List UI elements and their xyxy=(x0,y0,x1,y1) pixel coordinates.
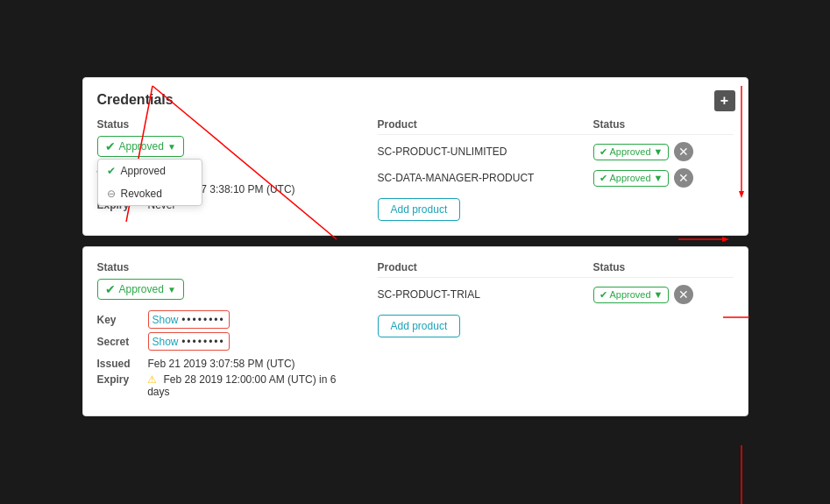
status-label-1: Status xyxy=(97,118,360,131)
card-body-1: Status ✔ Approved ▼ ✔ Approved xyxy=(97,118,734,221)
dropdown-item-approved[interactable]: ✔ Approved xyxy=(98,160,202,182)
key-label-2: Key xyxy=(97,314,141,326)
remove-product-btn-1-1[interactable]: ✕ xyxy=(674,168,693,188)
product-check-icon-1-1: ✔ xyxy=(599,173,607,184)
product-status-col-2-0: ✔ Approved ▼ ✕ xyxy=(593,285,734,304)
expiry-value-2: ⚠ Feb 28 2019 12:00:00 AM (UTC) in 6 day… xyxy=(147,373,359,398)
approved-label: Approved xyxy=(121,165,166,177)
key-row-2: Key Show •••••••• xyxy=(97,310,360,329)
product-table-header-2: Product Status xyxy=(378,261,734,278)
status-dropdown-2[interactable]: ✔ Approved ▼ xyxy=(97,279,184,300)
expiry-label-2: Expiry xyxy=(97,373,141,398)
product-row-1-1: SC-DATA-MANAGER-PRODUCT ✔ Approved ▼ ✕ xyxy=(378,168,734,188)
revoked-label: Revoked xyxy=(121,188,162,200)
check-icon-1: ✔ xyxy=(105,139,116,153)
credential-card-2: Status ✔ Approved ▼ Key Show •••••••• xyxy=(82,246,748,416)
left-section-1: Status ✔ Approved ▼ ✔ Approved xyxy=(97,118,360,221)
issued-label-2: Issued xyxy=(97,358,141,370)
secret-dots-2: •••••••• xyxy=(181,336,225,348)
dropdown-item-revoked[interactable]: ⊖ Revoked xyxy=(98,182,202,205)
card-title: Credentials xyxy=(97,92,734,108)
product-arrow-1-0: ▼ xyxy=(654,146,663,157)
secret-show-link-2[interactable]: Show xyxy=(153,336,179,348)
product-row-2-0: SC-PRODUCT-TRIAL ✔ Approved ▼ ✕ xyxy=(378,285,734,304)
card-body-2: Status ✔ Approved ▼ Key Show •••••••• xyxy=(97,261,734,401)
svg-marker-4 xyxy=(722,237,729,242)
status-col-header-1: Status xyxy=(593,118,734,131)
product-status-dropdown-1-0[interactable]: ✔ Approved ▼ xyxy=(593,144,670,160)
issued-value-2: Feb 21 2019 3:07:58 PM (UTC) xyxy=(148,358,295,370)
status-label-2: Status xyxy=(97,261,360,273)
product-status-val-2-0: Approved xyxy=(610,289,651,300)
revoked-icon: ⊖ xyxy=(107,188,116,200)
credential-card-1: Credentials + Status ✔ Approved ▼ ✔ Ap xyxy=(82,77,748,236)
key-dots-2: •••••••• xyxy=(181,314,225,326)
status-value-1: Approved xyxy=(119,140,164,153)
status-col-header-2: Status xyxy=(593,261,734,273)
key-highlight-2: Show •••••••• xyxy=(148,310,230,329)
check-icon-2: ✔ xyxy=(105,282,116,296)
status-dropdown-1[interactable]: ✔ Approved ▼ xyxy=(97,136,184,157)
issued-row-2: Issued Feb 21 2019 3:07:58 PM (UTC) xyxy=(97,358,360,370)
product-status-dropdown-1-1[interactable]: ✔ Approved ▼ xyxy=(593,170,670,187)
key-show-link-2[interactable]: Show xyxy=(153,314,179,326)
product-table-header-1: Product Status xyxy=(378,118,734,135)
add-product-button-1[interactable]: Add product xyxy=(378,198,461,221)
status-value-2: Approved xyxy=(119,283,164,295)
left-section-2: Status ✔ Approved ▼ Key Show •••••••• xyxy=(97,261,360,401)
product-name-1-0: SC-PRODUCT-UNLIMITED xyxy=(378,146,593,158)
expiry-text-2: Feb 28 2019 12:00:00 AM (UTC) in 6 days xyxy=(147,373,336,398)
product-check-icon-2-0: ✔ xyxy=(599,289,607,301)
product-name-2-0: SC-PRODUCT-TRIAL xyxy=(378,288,593,301)
expiry-row-2: Expiry ⚠ Feb 28 2019 12:00:00 AM (UTC) i… xyxy=(97,373,360,398)
product-status-col-1-0: ✔ Approved ▼ ✕ xyxy=(593,142,734,161)
product-name-1-1: SC-DATA-MANAGER-PRODUCT xyxy=(378,172,593,184)
product-col-header-2: Product xyxy=(378,261,593,273)
product-status-val-1-1: Approved xyxy=(610,173,651,183)
secret-row-2: Secret Show •••••••• xyxy=(97,332,360,351)
dropdown-menu-1: ✔ Approved ⊖ Revoked xyxy=(97,159,202,206)
product-check-icon-1-0: ✔ xyxy=(599,146,607,158)
product-arrow-1-1: ▼ xyxy=(654,173,663,183)
product-status-col-1-1: ✔ Approved ▼ ✕ xyxy=(593,168,734,188)
add-credential-button[interactable]: + xyxy=(714,90,735,111)
remove-product-btn-1-0[interactable]: ✕ xyxy=(674,142,693,161)
product-col-header-1: Product xyxy=(378,118,593,131)
add-product-button-2[interactable]: Add product xyxy=(378,315,461,337)
product-row-1-0: SC-PRODUCT-UNLIMITED ✔ Approved ▼ ✕ xyxy=(378,142,734,161)
secret-label-2: Secret xyxy=(97,336,141,348)
dropdown-arrow-2: ▼ xyxy=(167,285,176,295)
product-status-val-1-0: Approved xyxy=(610,146,651,157)
warning-icon-2: ⚠ xyxy=(147,373,157,386)
dropdown-arrow-1: ▼ xyxy=(167,142,176,152)
approved-icon: ✔ xyxy=(107,165,116,177)
product-arrow-2-0: ▼ xyxy=(654,289,663,300)
right-section-1: Product Status SC-PRODUCT-UNLIMITED ✔ Ap… xyxy=(378,118,734,221)
product-status-dropdown-2-0[interactable]: ✔ Approved ▼ xyxy=(593,287,670,303)
secret-highlight-2: Show •••••••• xyxy=(148,332,230,351)
remove-product-btn-2-0[interactable]: ✕ xyxy=(674,285,693,304)
right-section-2: Product Status SC-PRODUCT-TRIAL ✔ Approv… xyxy=(378,261,734,401)
